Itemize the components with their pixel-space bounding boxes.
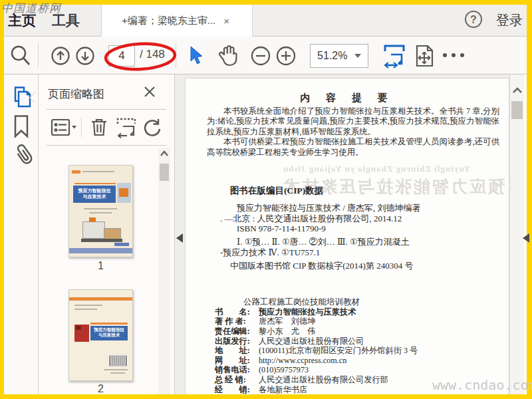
active-panel-notch xyxy=(30,92,36,103)
thumbnail-options-icon[interactable] xyxy=(51,118,77,137)
help-icon[interactable]: ? xyxy=(465,11,482,28)
info-row: 著 作 者:唐杰军 刘德坤 xyxy=(215,317,501,327)
bookmarks-panel-icon[interactable] xyxy=(13,114,30,138)
panel-toolbar-divider xyxy=(81,117,82,137)
delete-page-icon[interactable] xyxy=(90,117,108,137)
zoom-level-dropdown[interactable]: 51.2% xyxy=(310,44,368,68)
ghost-pinyin-text: Yuyingli Zhineng Zhangla yu Yajiang Jish… xyxy=(260,164,493,174)
thumbnail-page-2[interactable]: 预应力智能张拉 与压浆技术 xyxy=(68,289,133,381)
page-number-input[interactable] xyxy=(108,45,135,66)
document-scrollbar-thumb[interactable] xyxy=(511,101,523,119)
tab-bar: 主页 工具 +编著；梁晓东主审... × ? 登录 xyxy=(0,5,532,37)
close-panel-icon[interactable] xyxy=(143,85,156,98)
zoom-level-value: 51.2% xyxy=(317,50,347,62)
thumbnail-1-label: 1 xyxy=(68,260,133,272)
info-row: 书 名:预应力智能张拉与压浆技术 xyxy=(215,307,501,317)
frame-right xyxy=(527,0,532,399)
attachments-panel-icon[interactable] xyxy=(13,142,35,169)
toolbar-divider xyxy=(176,43,176,68)
page-total-label: / 148 xyxy=(140,48,165,61)
content-summary-heading: 内 容 提 要 xyxy=(186,92,509,104)
page-thumbnails-panel: 页面缩略图 xyxy=(39,74,175,394)
close-tab-icon[interactable]: × xyxy=(223,15,229,27)
login-button[interactable]: 登录 xyxy=(496,11,523,29)
panel-toolbar xyxy=(39,114,175,141)
collapse-panel-handle[interactable] xyxy=(176,233,183,243)
info-row: 销售电话:(010)59757973 xyxy=(215,366,501,376)
info-row: 责任编辑:黎小东 尤 伟 xyxy=(215,327,501,336)
toolbar-divider xyxy=(38,43,39,68)
chevron-down-icon xyxy=(354,54,361,58)
info-row: 出版发行:人民交通出版社股份有限公司 xyxy=(215,336,501,346)
fit-width-icon[interactable] xyxy=(383,37,406,74)
hand-tool-icon[interactable] xyxy=(218,37,239,74)
pdf-reader-window: 主页 工具 +编著；梁晓东主审... × ? 登录 中国道桥网 / 148 xyxy=(0,0,532,399)
previous-page-icon[interactable] xyxy=(51,37,70,74)
frame-top xyxy=(0,0,532,5)
panel-divider xyxy=(47,109,166,110)
select-tool-icon[interactable] xyxy=(188,37,205,74)
document-tab[interactable]: +编著；梁晓东主审... × xyxy=(101,5,253,37)
search-icon[interactable] xyxy=(9,37,32,74)
zoom-out-icon[interactable] xyxy=(251,37,271,74)
info-row: 地 址:(100011)北京市朝阳区安定门外外馆斜街 3 号 xyxy=(215,346,501,356)
cover-title-line2: 与压浆技术 xyxy=(90,332,128,338)
classification-line-2: -预应力技术 Ⅳ. ①TU757.1 xyxy=(220,247,320,259)
more-options-icon[interactable] xyxy=(443,53,464,57)
main-toolbar: / 148 51.2% xyxy=(0,37,532,74)
publication-info: 书 名:预应力智能张拉与压浆技术 著 作 者:唐杰军 刘德坤 责任编辑:黎小东 … xyxy=(215,307,501,399)
cip-number-line: 中国版本图书馆 CIP 数据核字(2014)第 240304 号 xyxy=(230,260,413,272)
cover-title-line1: 预应力智能张拉 xyxy=(73,188,116,194)
thumbnail-2-label: 2 xyxy=(68,383,133,395)
navigation-rail xyxy=(4,74,39,394)
collapse-right-handle[interactable] xyxy=(523,233,529,243)
document-tab-title: +编著；梁晓东主审... xyxy=(122,15,215,27)
panel-title: 页面缩略图 xyxy=(48,86,104,102)
rotate-page-icon[interactable] xyxy=(142,118,162,138)
isbn-line: ISBN 978-7-114-11790-9 xyxy=(237,223,326,234)
info-row: 经 销:各地新华书店 xyxy=(215,385,501,395)
summary-paragraph-2: 本书可供桥梁工程预应力智能张拉施工相关技术及管理人员阅读参考,还可供高等院校桥梁… xyxy=(207,137,499,158)
cip-heading: 图书在版编目(CIP)数据 xyxy=(230,185,323,197)
cover-title-line2: 与压浆技术 xyxy=(73,194,116,200)
cover-title-line1: 预应力智能张拉 xyxy=(90,327,128,332)
tab-tools[interactable]: 工具 xyxy=(52,11,80,30)
thumbnails-scrollbar-thumb[interactable] xyxy=(160,164,169,181)
panel-divider xyxy=(47,145,166,146)
zoom-in-icon[interactable] xyxy=(276,37,296,74)
fit-page-icon[interactable] xyxy=(414,37,435,74)
document-view: Yuyingli Zhineng Zhangla yu Yajiang Jish… xyxy=(175,74,509,394)
thumbnail-page-1[interactable]: 预应力智能张拉 与压浆技术 xyxy=(68,165,133,257)
summary-paragraph-1: 本书较系统全面地介绍了预应力智能张拉与压浆相关技术。全书共 7 章,分别为:绪论… xyxy=(207,106,499,137)
pdf-page: Yuyingli Zhineng Zhangla yu Yajiang Jish… xyxy=(185,78,509,394)
thumbnails-scrollbar[interactable] xyxy=(158,148,170,394)
document-scrollbar[interactable] xyxy=(509,74,524,394)
info-row: 总 经 销:人民交通出版社股份有限公司发行部 xyxy=(215,375,501,385)
frame-left xyxy=(0,0,4,399)
tab-home[interactable]: 主页 xyxy=(8,11,36,30)
frame-bottom xyxy=(0,394,532,399)
next-page-icon[interactable] xyxy=(76,37,94,74)
info-row: 网 址:http://www.ccpress.com.cn xyxy=(215,356,501,366)
splice-page-icon[interactable] xyxy=(116,117,137,138)
summary-paragraphs: 本书较系统全面地介绍了预应力智能张拉与压浆相关技术。全书共 7 章,分别为:绪论… xyxy=(207,106,499,158)
